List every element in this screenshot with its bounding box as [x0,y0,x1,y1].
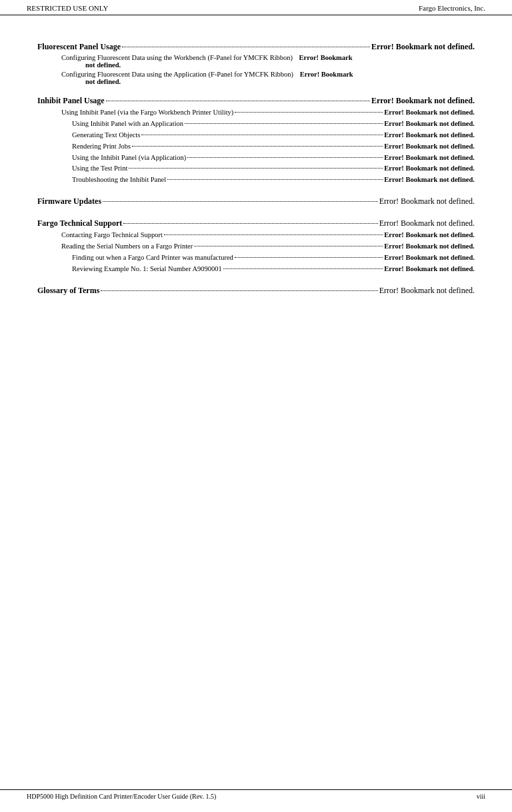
generating-text-dots [141,135,383,135]
toc-entry-finding-manufacture: Finding out when a Fargo Card Printer wa… [37,252,475,264]
page-footer: HDP5000 High Definition Card Printer/Enc… [0,789,512,800]
fluoro-workbench-line1: Configuring Fluorescent Data using the W… [61,53,475,61]
header-restricted: RESTRICTED USE ONLY [27,4,108,12]
toc-entry-inhibit-app: Using Inhibit Panel with an Application … [37,119,475,130]
inhibit-app-pageref: Error! Bookmark not defined. [384,119,475,130]
contacting-fargo-dots [164,234,383,235]
finding-manufacture-dots [235,257,383,258]
footer-document-title: HDP5000 High Definition Card Printer/Enc… [27,793,216,800]
section-fargo-support: Fargo Technical Support Error! Bookmark … [37,217,475,274]
reviewing-example-text: Reviewing Example No. 1: Serial Number A… [72,264,222,275]
inhibit-app-dots [185,123,383,124]
rendering-print-dots [132,146,383,147]
toc-entry-generating-text: Generating Text Objects Error! Bookmark … [37,130,475,141]
toc-entry-reading-serial: Reading the Serial Numbers on a Fargo Pr… [37,241,475,252]
toc-entry-fluoro-workbench: Configuring Fluorescent Data using the W… [37,53,475,69]
fluorescent-title-dots [122,47,370,47]
inhibit-panel-via-app-pageref: Error! Bookmark not defined. [384,153,475,164]
reviewing-example-pageref: Error! Bookmark not defined. [384,264,475,275]
section-inhibit: Inhibit Panel Usage Error! Bookmark not … [37,95,475,186]
troubleshooting-inhibit-pageref: Error! Bookmark not defined. [384,175,475,186]
fluoro-app-line1: Configuring Fluorescent Data using the A… [61,70,475,78]
inhibit-title-dots [106,101,370,101]
fargo-support-title-pageref: Error! Bookmark not defined. [379,217,475,230]
header-company: Fargo Electronics, Inc. [419,4,485,12]
toc-entry-fluorescent-title: Fluorescent Panel Usage Error! Bookmark … [37,41,475,53]
glossary-title-text: Glossary of Terms [37,284,99,297]
fluoro-app-spacer [293,70,300,78]
glossary-title-dots [101,290,377,291]
toc-entry-troubleshooting-inhibit: Troubleshooting the Inhibit Panel Error!… [37,175,475,186]
toc-entry-reviewing-example: Reviewing Example No. 1: Serial Number A… [37,264,475,275]
fluoro-app-line2: not defined. [61,78,475,85]
generating-text-pageref: Error! Bookmark not defined. [384,130,475,141]
reviewing-example-dots [223,268,383,269]
firmware-title-dots [103,201,378,202]
troubleshooting-inhibit-text: Troubleshooting the Inhibit Panel [72,175,166,186]
fluoro-workbench-spacer [293,53,299,61]
generating-text-text: Generating Text Objects [72,130,140,141]
inhibit-fargo-text: Using Inhibit Panel (via the Fargo Workb… [61,107,233,119]
section-glossary: Glossary of Terms Error! Bookmark not de… [37,284,475,297]
glossary-title-pageref: Error! Bookmark not defined. [379,284,475,297]
fluoro-app-pageref: Error! Bookmark [300,71,353,78]
fluorescent-title-pageref: Error! Bookmark not defined. [371,41,475,53]
contacting-fargo-pageref: Error! Bookmark not defined. [384,230,475,241]
toc-entry-fargo-support-title: Fargo Technical Support Error! Bookmark … [37,217,475,230]
toc-entry-contacting-fargo: Contacting Fargo Technical Support Error… [37,230,475,241]
toc-entry-inhibit-title: Inhibit Panel Usage Error! Bookmark not … [37,95,475,107]
reading-serial-text: Reading the Serial Numbers on a Fargo Pr… [61,241,193,252]
toc-entry-test-print: Using the Test Print Error! Bookmark not… [37,163,475,175]
rendering-print-pageref: Error! Bookmark not defined. [384,141,475,153]
fargo-support-title-dots [123,223,377,224]
finding-manufacture-pageref: Error! Bookmark not defined. [384,252,475,264]
page-content: Fluorescent Panel Usage Error! Bookmark … [0,15,512,325]
reading-serial-dots [194,246,383,246]
finding-manufacture-text: Finding out when a Fargo Card Printer wa… [72,252,233,264]
rendering-print-text: Rendering Print Jobs [72,141,131,153]
fargo-support-title-text: Fargo Technical Support [37,217,122,230]
footer-page-number: viii [477,793,485,800]
inhibit-panel-via-app-dots [187,157,383,158]
toc-entry-firmware-title: Firmware Updates Error! Bookmark not def… [37,195,475,208]
fluoro-workbench-pageref: Error! Bookmark [299,54,353,61]
test-print-pageref: Error! Bookmark not defined. [384,163,475,175]
reading-serial-pageref: Error! Bookmark not defined. [384,241,475,252]
inhibit-panel-via-app-text: Using the Inhibit Panel (via Application… [72,153,186,164]
fluoro-app-text: Configuring Fluorescent Data using the A… [61,71,293,78]
section-fluorescent: Fluorescent Panel Usage Error! Bookmark … [37,41,475,85]
inhibit-fargo-dots [235,112,383,113]
inhibit-fargo-pageref: Error! Bookmark not defined. [384,107,475,119]
inhibit-title-pageref: Error! Bookmark not defined. [371,95,475,107]
fluoro-workbench-line2: not defined. [61,61,475,69]
inhibit-title-text: Inhibit Panel Usage [37,95,105,107]
firmware-title-pageref: Error! Bookmark not defined. [379,195,475,208]
test-print-dots [129,168,383,169]
toc-entry-inhibit-panel-via-app: Using the Inhibit Panel (via Application… [37,153,475,164]
fluoro-workbench-text: Configuring Fluorescent Data using the W… [61,54,293,61]
firmware-title-text: Firmware Updates [37,195,101,208]
troubleshooting-inhibit-dots [167,179,383,180]
inhibit-app-text: Using Inhibit Panel with an Application [72,119,183,130]
toc-entry-inhibit-fargo: Using Inhibit Panel (via the Fargo Workb… [37,107,475,119]
section-firmware: Firmware Updates Error! Bookmark not def… [37,195,475,208]
page-header: RESTRICTED USE ONLY Fargo Electronics, I… [0,0,512,15]
toc-entry-rendering-print: Rendering Print Jobs Error! Bookmark not… [37,141,475,153]
contacting-fargo-text: Contacting Fargo Technical Support [61,230,163,241]
test-print-text: Using the Test Print [72,163,127,175]
toc-entry-glossary-title: Glossary of Terms Error! Bookmark not de… [37,284,475,297]
fluorescent-title-text: Fluorescent Panel Usage [37,41,121,53]
toc-entry-fluoro-app: Configuring Fluorescent Data using the A… [37,70,475,85]
